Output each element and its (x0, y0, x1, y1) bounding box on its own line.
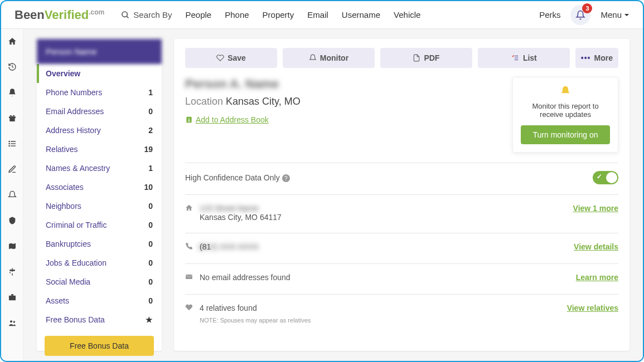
dots-icon: ••• (581, 53, 591, 62)
monitor-button[interactable]: Monitor (283, 48, 375, 68)
menu-button[interactable]: Menu (601, 10, 630, 19)
tab-username[interactable]: Username (342, 10, 380, 19)
bell-outline-icon[interactable] (8, 190, 17, 202)
briefcase-icon[interactable] (8, 293, 17, 304)
svg-rect-10 (9, 296, 16, 301)
turn-monitoring-on-button[interactable]: Turn monitoring on (521, 125, 610, 144)
more-button[interactable]: ••• More (575, 48, 618, 68)
person-name: Person A. Name (185, 77, 501, 91)
shield-icon[interactable] (8, 216, 17, 227)
svg-rect-3 (9, 118, 14, 121)
bell-icon (521, 85, 610, 99)
notifications-button[interactable]: 3 (570, 5, 590, 25)
high-confidence-toggle[interactable] (593, 171, 618, 184)
users-icon[interactable] (8, 319, 17, 330)
sidebar-header: Person Name (37, 39, 162, 64)
pdf-button[interactable]: PDF (380, 48, 472, 68)
tab-people[interactable]: People (186, 10, 212, 19)
alert-icon[interactable] (8, 88, 17, 99)
gift-icon[interactable] (8, 114, 17, 125)
history-icon[interactable] (8, 62, 17, 74)
svg-point-9 (9, 145, 9, 146)
list-button[interactable]: List (478, 48, 570, 68)
sidebar-item-bonus[interactable]: Free Bonus Data★ (37, 310, 162, 329)
svg-point-17 (188, 119, 190, 120)
svg-rect-18 (186, 275, 192, 279)
monitor-text: Monitor this report to receive updates (521, 102, 610, 119)
edit-icon[interactable] (8, 165, 17, 176)
perks-link[interactable]: Perks (539, 10, 560, 19)
main-panel: Save Monitor PDF List ••• More (174, 39, 630, 351)
email-text: No email addresses found (200, 273, 290, 282)
svg-point-12 (13, 321, 14, 322)
sidebar-item-associates[interactable]: Associates10 (37, 178, 162, 197)
add-to-address-book[interactable]: Add to Address Book (185, 115, 501, 124)
save-button[interactable]: Save (185, 48, 277, 68)
search-by[interactable]: Search By (121, 10, 172, 19)
sidebar-item-phone[interactable]: Phone Numbers1 (37, 83, 162, 102)
sidebar-item-criminal[interactable]: Criminal or Traffic0 (37, 216, 162, 234)
action-row: Save Monitor PDF List ••• More (185, 48, 618, 68)
svg-line-1 (127, 16, 128, 18)
logo[interactable]: BeenVerified.com (14, 8, 104, 22)
heart-icon (185, 304, 194, 314)
relatives-note: NOTE: Spouses may appear as relatives (200, 317, 618, 324)
home-icon (185, 204, 194, 214)
svg-point-11 (10, 320, 12, 322)
view-phone-details[interactable]: View details (574, 242, 618, 251)
sidebar: Person Name Overview Phone Numbers1 Emai… (37, 39, 162, 351)
sidebar-item-bankruptcies[interactable]: Bankruptcies0 (37, 234, 162, 253)
sidebar-item-assets[interactable]: Assets0 (37, 291, 162, 310)
bell-icon (309, 54, 317, 62)
tab-vehicle[interactable]: Vehicle (394, 10, 420, 19)
home-icon[interactable] (8, 37, 17, 48)
tab-phone[interactable]: Phone (225, 10, 249, 19)
free-bonus-button[interactable]: Free Bonus Data (45, 336, 154, 356)
relatives-text: 4 relatives found (200, 304, 257, 312)
sidebar-item-email[interactable]: Email Addresses0 (37, 102, 162, 121)
phone-icon (185, 242, 194, 252)
svg-point-8 (9, 143, 9, 144)
icon-rail (1, 29, 23, 361)
heart-icon (216, 54, 224, 62)
monitor-card: Monitor this report to receive updates T… (512, 77, 618, 153)
learn-more-email[interactable]: Learn more (576, 273, 618, 282)
list-icon[interactable] (8, 139, 17, 150)
high-confidence-row: High Confidence Data Only? (185, 171, 618, 184)
sidebar-item-neighbors[interactable]: Neighbors0 (37, 197, 162, 216)
svg-point-0 (122, 12, 127, 17)
help-icon[interactable]: ? (282, 174, 290, 182)
view-more-address[interactable]: View 1 more (573, 204, 618, 213)
sidebar-item-address[interactable]: Address History2 (37, 121, 162, 140)
signpost-icon[interactable] (8, 267, 17, 278)
sidebar-item-jobs[interactable]: Jobs & Education0 (37, 253, 162, 272)
sidebar-item-relatives[interactable]: Relatives19 (37, 140, 162, 159)
address-book-icon (185, 116, 193, 124)
phone-text: (81(81X) XXX-XXXX (200, 242, 259, 251)
tab-property[interactable]: Property (263, 10, 294, 19)
location: Location Kansas City, MO (185, 96, 501, 107)
svg-point-7 (9, 141, 9, 141)
nav-tabs: People Phone Property Email Username Veh… (186, 10, 421, 19)
caret-down-icon (624, 12, 630, 18)
sidebar-item-overview[interactable]: Overview (37, 64, 162, 83)
map-icon[interactable] (8, 242, 17, 253)
search-icon (121, 11, 130, 19)
top-bar: BeenVerified.com Search By People Phone … (1, 1, 643, 29)
address-text: 123 Street Name Kansas City, MO 64117 (200, 204, 282, 222)
notif-badge: 3 (582, 3, 592, 13)
file-icon (413, 54, 420, 62)
view-relatives[interactable]: View relatives (567, 304, 618, 312)
list-check-icon (511, 54, 520, 62)
sidebar-item-social[interactable]: Social Media0 (37, 272, 162, 291)
sidebar-item-names[interactable]: Names & Ancestry1 (37, 159, 162, 178)
svg-rect-2 (9, 116, 16, 118)
mail-icon (185, 273, 194, 283)
tab-email[interactable]: Email (307, 10, 328, 19)
